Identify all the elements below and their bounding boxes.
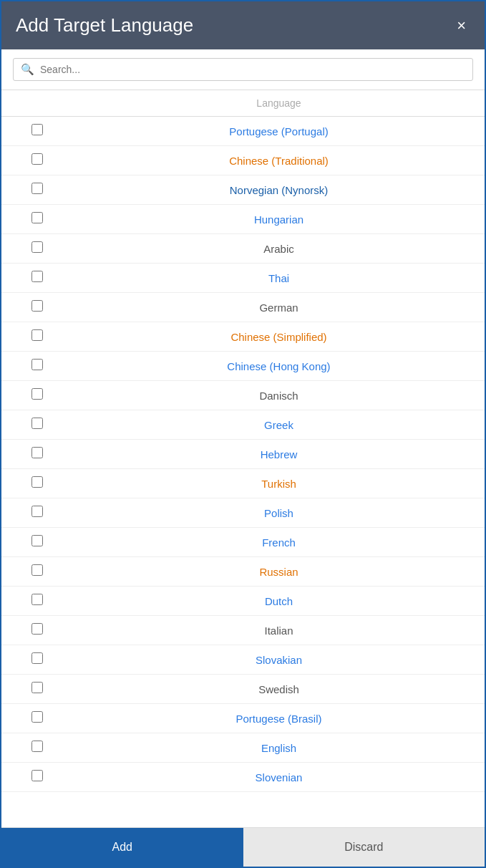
discard-button[interactable]: Discard	[243, 828, 485, 867]
checkbox-cell	[1, 704, 73, 733]
language-name: French	[73, 528, 485, 557]
language-name: German	[73, 293, 485, 322]
checkbox-cell	[1, 175, 73, 205]
table-row: English	[1, 733, 485, 763]
language-checkbox-22[interactable]	[31, 741, 43, 752]
language-name: Greek	[73, 410, 485, 440]
language-checkbox-18[interactable]	[31, 623, 43, 635]
add-button[interactable]: Add	[1, 828, 243, 867]
checkbox-cell	[1, 587, 73, 616]
language-name: Norvegian (Nynorsk)	[73, 175, 485, 205]
search-icon: 🔍	[21, 63, 34, 76]
checkbox-cell	[1, 146, 73, 175]
language-name: Slovenian	[73, 763, 485, 792]
checkbox-cell	[1, 616, 73, 645]
language-checkbox-9[interactable]	[31, 359, 43, 370]
search-bar: 🔍	[1, 49, 485, 90]
language-checkbox-15[interactable]	[31, 535, 43, 546]
search-input-wrap: 🔍	[13, 58, 473, 81]
language-name: Hungarian	[73, 205, 485, 234]
table-row: Turkish	[1, 469, 485, 498]
table-row: Dutch	[1, 587, 485, 616]
checkbox-cell	[1, 381, 73, 410]
checkbox-cell	[1, 528, 73, 557]
search-input[interactable]	[40, 64, 465, 75]
language-name: Chinese (Simplified)	[73, 322, 485, 352]
language-name: Chinese (Traditional)	[73, 146, 485, 175]
checkbox-cell	[1, 293, 73, 322]
language-checkbox-17[interactable]	[31, 594, 43, 605]
checkbox-column-header	[1, 90, 73, 117]
table-row: Portugese (Portugal)	[1, 117, 485, 146]
language-name: Slovakian	[73, 645, 485, 675]
language-table-wrap: Language Portugese (Portugal)Chinese (Tr…	[1, 90, 485, 827]
checkbox-cell	[1, 733, 73, 763]
language-checkbox-23[interactable]	[31, 770, 43, 781]
checkbox-cell	[1, 352, 73, 381]
table-row: Norvegian (Nynorsk)	[1, 175, 485, 205]
language-name: Polish	[73, 498, 485, 528]
language-table: Language Portugese (Portugal)Chinese (Tr…	[1, 90, 485, 792]
checkbox-cell	[1, 469, 73, 498]
dialog-footer: Add Discard	[1, 827, 485, 867]
checkbox-cell	[1, 410, 73, 440]
checkbox-cell	[1, 264, 73, 293]
language-checkbox-7[interactable]	[31, 300, 43, 312]
table-row: Danisch	[1, 381, 485, 410]
add-target-language-dialog: Add Target Language × 🔍 Language Portuge…	[0, 0, 486, 868]
language-name: Italian	[73, 616, 485, 645]
language-checkbox-14[interactable]	[31, 506, 43, 517]
language-checkbox-6[interactable]	[31, 271, 43, 282]
table-row: Chinese (Hong Kong)	[1, 352, 485, 381]
language-name: Chinese (Hong Kong)	[73, 352, 485, 381]
language-column-header: Language	[73, 90, 485, 117]
checkbox-cell	[1, 234, 73, 264]
table-row: Greek	[1, 410, 485, 440]
language-checkbox-10[interactable]	[31, 388, 43, 400]
table-row: Slovenian	[1, 763, 485, 792]
checkbox-cell	[1, 205, 73, 234]
language-name: Arabic	[73, 234, 485, 264]
table-row: Italian	[1, 616, 485, 645]
table-row: Russian	[1, 557, 485, 587]
table-row: Slovakian	[1, 645, 485, 675]
close-button[interactable]: ×	[452, 16, 470, 35]
dialog-header: Add Target Language ×	[1, 1, 485, 49]
table-row: French	[1, 528, 485, 557]
language-name: Portugese (Brasil)	[73, 704, 485, 733]
table-row: Swedish	[1, 675, 485, 704]
language-name: Turkish	[73, 469, 485, 498]
dialog-title: Add Target Language	[16, 14, 193, 37]
table-row: German	[1, 293, 485, 322]
language-name: Swedish	[73, 675, 485, 704]
language-checkbox-11[interactable]	[31, 418, 43, 429]
language-name: Thai	[73, 264, 485, 293]
language-checkbox-1[interactable]	[31, 124, 43, 135]
language-checkbox-19[interactable]	[31, 652, 43, 664]
language-name: Danisch	[73, 381, 485, 410]
language-checkbox-20[interactable]	[31, 682, 43, 693]
language-checkbox-2[interactable]	[31, 153, 43, 165]
table-row: Polish	[1, 498, 485, 528]
language-checkbox-21[interactable]	[31, 711, 43, 723]
checkbox-cell	[1, 498, 73, 528]
table-row: Portugese (Brasil)	[1, 704, 485, 733]
language-checkbox-3[interactable]	[31, 183, 43, 194]
language-checkbox-4[interactable]	[31, 212, 43, 223]
table-row: Thai	[1, 264, 485, 293]
language-checkbox-12[interactable]	[31, 447, 43, 458]
checkbox-cell	[1, 763, 73, 792]
checkbox-cell	[1, 440, 73, 469]
language-checkbox-16[interactable]	[31, 564, 43, 576]
table-row: Chinese (Traditional)	[1, 146, 485, 175]
language-checkbox-5[interactable]	[31, 241, 43, 253]
checkbox-cell	[1, 675, 73, 704]
table-row: Chinese (Simplified)	[1, 322, 485, 352]
checkbox-cell	[1, 557, 73, 587]
checkbox-cell	[1, 322, 73, 352]
language-checkbox-8[interactable]	[31, 329, 43, 341]
checkbox-cell	[1, 645, 73, 675]
language-checkbox-13[interactable]	[31, 476, 43, 488]
language-name: Dutch	[73, 587, 485, 616]
checkbox-cell	[1, 117, 73, 146]
